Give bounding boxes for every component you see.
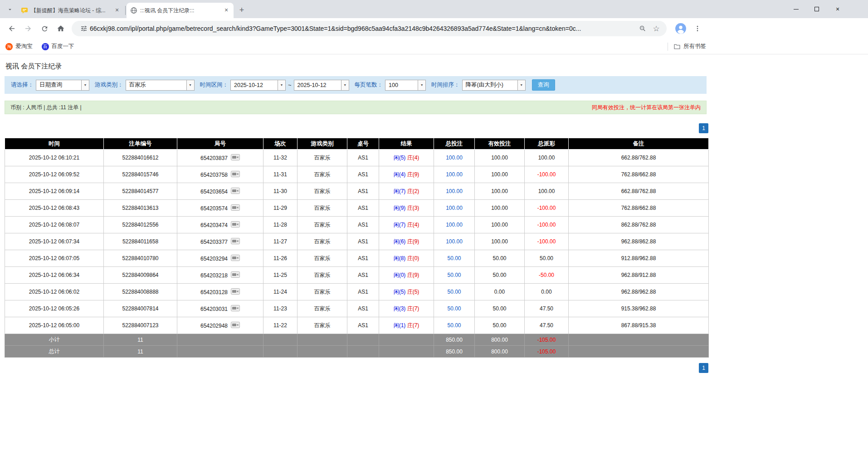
- info-bar: 币别 : 人民币 | 总共 :11 注单 | 同局有效投注，统一计算在该局第一张…: [5, 101, 707, 114]
- video-replay-icon[interactable]: [231, 188, 240, 195]
- cell-table: AS1: [347, 150, 379, 166]
- forward-button[interactable]: [21, 21, 35, 36]
- cell-payout: -50.00: [525, 267, 569, 284]
- video-replay-icon[interactable]: [231, 255, 240, 262]
- profile-avatar[interactable]: [674, 22, 688, 35]
- bet-row: 2025-10-12 06:08:43522884013613654203574…: [5, 200, 709, 217]
- chevron-down-icon[interactable]: ▼: [418, 80, 425, 90]
- new-tab-button[interactable]: +: [235, 4, 248, 16]
- cell-remark: 867.88/915.38: [569, 317, 709, 334]
- payout-value: -50.00: [539, 272, 554, 278]
- tab-close-icon[interactable]: ×: [223, 7, 230, 14]
- chevron-down-icon[interactable]: ▼: [81, 80, 89, 90]
- total-bet-link[interactable]: 50.00: [447, 305, 461, 312]
- result-player: 闲(1): [394, 322, 406, 329]
- bookmark-baidu[interactable]: 百 百度一下: [42, 43, 74, 50]
- total-bet-link[interactable]: 100.00: [446, 155, 463, 161]
- tab-forum[interactable]: 【新提醒】海燕策略论坛 - 综... ×: [17, 3, 124, 18]
- result-banker: 庄(4): [407, 222, 419, 228]
- column-header: 时间: [5, 138, 104, 150]
- address-bar[interactable]: 66cxkj98.com/ipl/portal.php/game/betreco…: [72, 21, 667, 36]
- summary-row: 总计11850.00800.00-105.00: [5, 346, 709, 358]
- currency-summary: 币别 : 人民币 | 总共 :11 注单 |: [10, 104, 82, 111]
- sort-select[interactable]: 降幂(由大到小) ▼: [462, 80, 526, 91]
- baidu-icon: 百: [42, 43, 49, 50]
- payout-value: 47.50: [540, 305, 553, 312]
- tab-close-icon[interactable]: ×: [113, 7, 121, 14]
- cell-payout: 100.00: [525, 150, 569, 166]
- video-replay-icon[interactable]: [231, 271, 240, 279]
- video-replay-icon[interactable]: [231, 322, 240, 329]
- total-bet-link[interactable]: 50.00: [447, 289, 461, 295]
- tab-bet-records[interactable]: :::视讯 会员下注纪录::: ×: [127, 3, 234, 18]
- cell-session: 11-31: [263, 166, 297, 183]
- summary-label: 总计: [5, 346, 104, 358]
- refresh-button[interactable]: [37, 21, 52, 36]
- result-player: 闲(7): [394, 222, 406, 228]
- maximize-button[interactable]: [806, 0, 827, 18]
- result-banker: 庄(9): [407, 272, 419, 278]
- payout-value: -100.00: [537, 171, 556, 178]
- home-button[interactable]: [54, 21, 68, 36]
- result-player: 闲(4): [394, 171, 406, 178]
- cell-remark: 862.88/762.88: [569, 217, 709, 233]
- total-bet-link[interactable]: 100.00: [446, 171, 463, 178]
- cell-result: 闲(7) 庄(2): [379, 183, 434, 200]
- payout-value: 0.00: [541, 289, 551, 295]
- site-info-icon[interactable]: [78, 23, 90, 34]
- minimize-button[interactable]: [785, 0, 806, 18]
- payout-value: 100.00: [538, 155, 555, 161]
- video-replay-icon[interactable]: [231, 154, 240, 162]
- globe-favicon-icon: [130, 7, 137, 14]
- total-bet-link[interactable]: 100.00: [446, 205, 463, 211]
- column-header: 游戏类别: [297, 138, 347, 150]
- column-header: 桌号: [347, 138, 379, 150]
- date-from-input[interactable]: 2025-10-12 ▼: [230, 80, 286, 91]
- all-bookmarks-button[interactable]: 所有书签: [668, 43, 706, 51]
- browser-menu-icon[interactable]: [691, 22, 704, 35]
- close-window-button[interactable]: ×: [827, 0, 848, 18]
- total-bet-link[interactable]: 100.00: [446, 238, 463, 245]
- video-replay-icon[interactable]: [231, 238, 240, 246]
- video-replay-icon[interactable]: [231, 171, 240, 179]
- total-bet-link[interactable]: 100.00: [446, 188, 463, 194]
- page-number-button[interactable]: 1: [699, 123, 708, 133]
- cell-remark: 912.88/962.88: [569, 250, 709, 267]
- taobao-icon: 淘: [5, 43, 13, 50]
- video-replay-icon[interactable]: [231, 221, 240, 229]
- cell-total-bet: 100.00: [434, 166, 475, 183]
- bookmark-star-icon[interactable]: ☆: [650, 23, 662, 34]
- column-header: 局号: [177, 138, 263, 150]
- search-button[interactable]: 查询: [532, 79, 555, 91]
- cell-bet-id: 522884009864: [104, 267, 177, 284]
- chevron-down-icon[interactable]: ▼: [341, 80, 349, 90]
- date-to-input[interactable]: 2025-10-12 ▼: [294, 80, 349, 91]
- total-bet-link[interactable]: 50.00: [447, 255, 461, 261]
- cell-session: 11-32: [263, 150, 297, 166]
- column-header: 备注: [569, 138, 709, 150]
- total-bet-link[interactable]: 100.00: [446, 222, 463, 228]
- query-type-select[interactable]: 日期查询 ▼: [36, 80, 89, 91]
- cell-total-bet: 100.00: [434, 217, 475, 233]
- chevron-down-icon[interactable]: ▼: [278, 80, 285, 90]
- cell-valid-bet: 50.00: [475, 250, 525, 267]
- page-number-button[interactable]: 1: [699, 363, 708, 373]
- cell-bet-id: 522884007123: [104, 317, 177, 334]
- bookmark-taobao[interactable]: 淘 爱淘宝: [5, 43, 33, 50]
- chevron-down-icon[interactable]: ▼: [186, 80, 194, 90]
- game-type-select[interactable]: 百家乐 ▼: [126, 80, 195, 91]
- video-replay-icon[interactable]: [231, 204, 240, 212]
- tab-search-chevron-icon[interactable]: [4, 3, 16, 16]
- cell-game: 百家乐: [297, 166, 347, 183]
- per-page-select[interactable]: 100 ▼: [385, 80, 426, 91]
- video-replay-icon[interactable]: [231, 305, 240, 313]
- video-replay-icon[interactable]: [231, 288, 240, 296]
- cell-game: 百家乐: [297, 317, 347, 334]
- bet-row: 2025-10-12 06:07:05522884010780654203294…: [5, 250, 709, 267]
- total-bet-link[interactable]: 50.00: [447, 272, 461, 278]
- cell-remark: 662.88/762.88: [569, 183, 709, 200]
- zoom-icon[interactable]: [637, 23, 649, 34]
- total-bet-link[interactable]: 50.00: [447, 322, 461, 329]
- back-button[interactable]: [5, 21, 19, 36]
- chevron-down-icon[interactable]: ▼: [517, 80, 525, 90]
